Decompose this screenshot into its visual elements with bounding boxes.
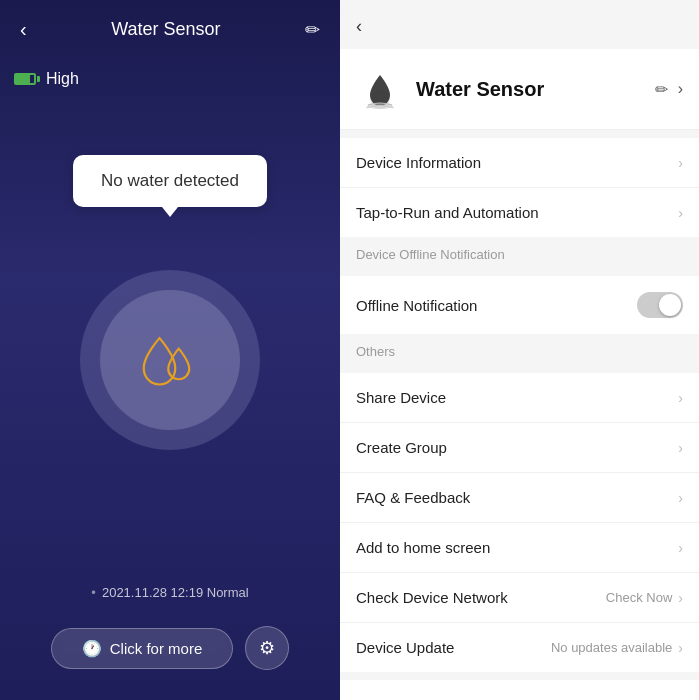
- menu-item-share-device[interactable]: Share Device ›: [340, 373, 699, 423]
- click-more-button[interactable]: 🕐 Click for more: [51, 628, 234, 669]
- tap-run-label: Tap-to-Run and Automation: [356, 204, 539, 221]
- share-device-label: Share Device: [356, 389, 446, 406]
- menu-item-tap-run[interactable]: Tap-to-Run and Automation ›: [340, 188, 699, 237]
- page-title: Water Sensor: [111, 19, 220, 40]
- sensor-circle-outer: [80, 270, 260, 450]
- chevron-icon: ›: [678, 155, 683, 171]
- status-text: No water detected: [101, 171, 239, 190]
- right-back-button[interactable]: ‹: [356, 16, 362, 37]
- menu-item-device-info[interactable]: Device Information ›: [340, 138, 699, 188]
- menu-item-check-network[interactable]: Check Device Network Check Now ›: [340, 573, 699, 623]
- chevron-icon-2: ›: [678, 205, 683, 221]
- back-button[interactable]: ‹: [20, 18, 27, 41]
- right-panel: ‹ Water Sensor ✏ › Device Information ›: [340, 0, 699, 700]
- device-info-label: Device Information: [356, 154, 481, 171]
- toggle-knob: [659, 294, 681, 316]
- status-bubble: No water detected: [73, 155, 267, 207]
- remove-device-section[interactable]: Remove Device: [340, 680, 699, 700]
- edit-icon[interactable]: ✏: [305, 19, 320, 41]
- others-section-header: Others: [340, 334, 699, 365]
- device-header: Water Sensor ✏ ›: [340, 49, 699, 130]
- device-update-right: No updates available ›: [551, 640, 683, 656]
- device-info-right: ›: [678, 155, 683, 171]
- battery-label: High: [46, 70, 79, 88]
- device-name: Water Sensor: [416, 78, 643, 101]
- menu-item-offline: Offline Notification: [340, 276, 699, 334]
- settings-button[interactable]: ⚙: [245, 626, 289, 670]
- chevron-icon-faq: ›: [678, 490, 683, 506]
- check-network-label: Check Device Network: [356, 589, 508, 606]
- no-updates-text: No updates available: [551, 640, 672, 655]
- others-section: Share Device › Create Group › FAQ & Feed…: [340, 373, 699, 672]
- device-icon-container: [356, 65, 404, 113]
- create-group-label: Create Group: [356, 439, 447, 456]
- offline-section: Offline Notification: [340, 276, 699, 334]
- settings-icon: ⚙: [259, 637, 275, 659]
- menu-item-device-update[interactable]: Device Update No updates available ›: [340, 623, 699, 672]
- click-more-label: Click for more: [110, 640, 203, 657]
- chevron-icon-network: ›: [678, 590, 683, 606]
- menu-item-home-screen[interactable]: Add to home screen ›: [340, 523, 699, 573]
- menu-item-create-group[interactable]: Create Group ›: [340, 423, 699, 473]
- sensor-circle-inner: [100, 290, 240, 430]
- chevron-icon-update: ›: [678, 640, 683, 656]
- device-icon: [358, 67, 402, 111]
- water-drops-icon: [135, 325, 205, 395]
- battery-status: High: [14, 70, 79, 88]
- clock-icon: 🕐: [82, 639, 102, 658]
- home-screen-right: ›: [678, 540, 683, 556]
- faq-right: ›: [678, 490, 683, 506]
- bottom-info: 2021.11.28 12:19 Normal: [0, 585, 340, 600]
- chevron-icon-home: ›: [678, 540, 683, 556]
- bottom-buttons: 🕐 Click for more ⚙: [0, 626, 340, 670]
- share-device-right: ›: [678, 390, 683, 406]
- offline-toggle[interactable]: [637, 292, 683, 318]
- battery-icon: [14, 73, 40, 85]
- left-panel: ‹ Water Sensor ✏ High No water detected …: [0, 0, 340, 700]
- check-now-text: Check Now: [606, 590, 672, 605]
- device-header-actions: ✏ ›: [655, 80, 683, 99]
- menu-item-faq[interactable]: FAQ & Feedback ›: [340, 473, 699, 523]
- offline-section-header: Device Offline Notification: [340, 237, 699, 268]
- timestamp: 2021.11.28 12:19 Normal: [0, 585, 340, 600]
- main-menu-section: Device Information › Tap-to-Run and Auto…: [340, 138, 699, 237]
- battery-body: [14, 73, 36, 85]
- faq-label: FAQ & Feedback: [356, 489, 470, 506]
- battery-tip: [37, 76, 40, 82]
- chevron-icon-group: ›: [678, 440, 683, 456]
- device-more-icon[interactable]: ›: [678, 80, 683, 98]
- home-screen-label: Add to home screen: [356, 539, 490, 556]
- right-header: ‹: [340, 0, 699, 49]
- tap-run-right: ›: [678, 205, 683, 221]
- offline-label: Offline Notification: [356, 297, 477, 314]
- create-group-right: ›: [678, 440, 683, 456]
- chevron-icon-share: ›: [678, 390, 683, 406]
- device-edit-icon[interactable]: ✏: [655, 80, 668, 99]
- check-network-right: Check Now ›: [606, 590, 683, 606]
- left-header: ‹ Water Sensor ✏: [0, 0, 340, 51]
- device-update-label: Device Update: [356, 639, 454, 656]
